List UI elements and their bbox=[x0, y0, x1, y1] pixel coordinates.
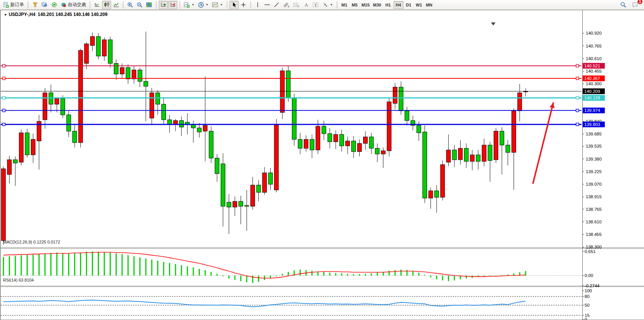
toolbar-separator bbox=[226, 1, 228, 9]
price-axis-label: 140.610 bbox=[586, 56, 602, 61]
timeframe-m5-button[interactable]: M5 bbox=[350, 1, 360, 9]
auto-trading-button[interactable]: 自动交易 bbox=[59, 1, 88, 9]
timeframe-h1-button[interactable]: H1 bbox=[383, 1, 393, 9]
line-handle[interactable] bbox=[576, 109, 579, 112]
arrows-icon bbox=[322, 2, 328, 8]
fibonacci-tool-button[interactable]: F bbox=[292, 1, 301, 9]
line-handle[interactable] bbox=[3, 123, 5, 126]
macd-axis-label: 0.651 bbox=[585, 249, 596, 254]
crosshair-tool-button[interactable] bbox=[239, 1, 248, 9]
candle bbox=[363, 137, 368, 143]
timeframe-m1-button[interactable]: M1 bbox=[340, 1, 349, 9]
clock-icon bbox=[198, 2, 204, 8]
zoom-in-button[interactable] bbox=[126, 1, 135, 9]
candle bbox=[179, 121, 183, 127]
candle bbox=[25, 133, 29, 155]
candle bbox=[78, 50, 83, 142]
horizontal-line-icon bbox=[264, 2, 270, 8]
periods-button[interactable]: ▼ bbox=[196, 1, 210, 9]
toolbar-separator bbox=[155, 1, 157, 9]
price-axis-label: 138.300 bbox=[586, 245, 602, 249]
text-label-tool-button[interactable]: T bbox=[311, 1, 320, 9]
timeframe-h4-button[interactable]: H4 bbox=[394, 1, 403, 9]
text-tool-button[interactable]: A bbox=[301, 1, 311, 9]
candlestick-mode-button[interactable] bbox=[102, 1, 111, 9]
cursor-tool-button[interactable] bbox=[230, 1, 239, 9]
candle bbox=[375, 148, 379, 154]
price-axis-label: 138.915 bbox=[586, 194, 602, 199]
signals-button[interactable] bbox=[49, 1, 59, 9]
candle bbox=[215, 158, 219, 174]
rsi-name: RSI(14) bbox=[3, 278, 18, 282]
timeframe-m30-button[interactable]: M30 bbox=[371, 1, 383, 9]
price-tag-label: 140.128 bbox=[584, 96, 600, 100]
market-watch-button[interactable] bbox=[30, 1, 40, 9]
price-axis-label: 138.765 bbox=[586, 207, 602, 212]
line-handle[interactable] bbox=[3, 77, 5, 80]
chart-background bbox=[1, 10, 644, 320]
notifications-button[interactable]: 1 bbox=[630, 1, 640, 9]
candle bbox=[84, 44, 89, 63]
candle bbox=[120, 67, 124, 74]
candle bbox=[49, 93, 53, 104]
channel-tool-button[interactable]: E bbox=[282, 1, 291, 9]
terminal-button[interactable] bbox=[40, 1, 49, 9]
vertical-line-tool-button[interactable] bbox=[253, 1, 262, 9]
arrows-tool-button[interactable]: ▼ bbox=[321, 1, 335, 9]
rsi-axis-label: 80 bbox=[585, 294, 590, 299]
chart-window[interactable]: ▼USDJPY-,H4140.201 140.245 140.146 140.2… bbox=[0, 10, 644, 320]
tile-windows-icon bbox=[146, 2, 152, 8]
candle bbox=[268, 173, 273, 184]
indicators-button[interactable]: ▼ bbox=[182, 1, 196, 9]
candle bbox=[452, 150, 456, 160]
new-order-button[interactable]: 新订单 bbox=[2, 1, 26, 9]
candle bbox=[286, 71, 290, 98]
main-toolbar: 新订单 自动交易 bbox=[0, 0, 644, 10]
line-handle[interactable] bbox=[576, 77, 579, 80]
timeframe-d1-button[interactable]: D1 bbox=[404, 1, 414, 9]
timeframe-m15-button[interactable]: M15 bbox=[360, 1, 371, 9]
line-handle[interactable] bbox=[576, 64, 579, 67]
line-handle[interactable] bbox=[3, 97, 5, 99]
candle bbox=[440, 165, 445, 197]
dropdown-arrow-icon: ▼ bbox=[206, 3, 209, 6]
candle bbox=[156, 93, 160, 104]
candle bbox=[61, 99, 65, 115]
candle bbox=[227, 202, 231, 207]
search-button[interactable] bbox=[618, 1, 628, 9]
chevron-down-icon: ▼ bbox=[4, 13, 7, 17]
chart-shift-button[interactable] bbox=[168, 1, 177, 9]
candle bbox=[387, 102, 391, 151]
templates-button[interactable]: ▼ bbox=[210, 1, 225, 9]
timeframe-mn-button[interactable]: MN bbox=[424, 1, 434, 9]
tile-windows-button[interactable] bbox=[145, 1, 154, 9]
line-handle[interactable] bbox=[576, 123, 579, 126]
candle bbox=[102, 40, 107, 56]
candle bbox=[316, 126, 320, 150]
candle bbox=[245, 205, 249, 206]
zoom-out-button[interactable] bbox=[135, 1, 144, 9]
price-chart-canvas[interactable]: 140.920140.765140.610140.455140.300139.8… bbox=[1, 10, 644, 320]
rsi-axis-label: 0 bbox=[585, 317, 587, 320]
auto-trading-label: 自动交易 bbox=[68, 2, 86, 8]
candle bbox=[73, 131, 77, 143]
fibonacci-icon: F bbox=[293, 2, 300, 8]
trendline-tool-button[interactable] bbox=[272, 1, 281, 9]
line-handle[interactable] bbox=[3, 109, 5, 112]
candle bbox=[322, 126, 326, 134]
candle bbox=[429, 191, 433, 198]
bar-chart-mode-button[interactable] bbox=[92, 1, 102, 9]
candle bbox=[13, 160, 18, 163]
candle bbox=[298, 139, 302, 148]
candle bbox=[239, 201, 243, 206]
timeframe-w1-button[interactable]: W1 bbox=[414, 1, 424, 9]
line-chart-mode-button[interactable] bbox=[112, 1, 121, 9]
svg-text:T: T bbox=[314, 3, 317, 7]
candle bbox=[470, 155, 474, 161]
candle bbox=[369, 137, 373, 148]
price-axis-label: 139.685 bbox=[586, 132, 602, 136]
line-handle[interactable] bbox=[3, 64, 5, 67]
line-handle[interactable] bbox=[576, 97, 579, 99]
auto-scroll-button[interactable] bbox=[159, 1, 168, 9]
horizontal-line-tool-button[interactable] bbox=[263, 1, 272, 9]
